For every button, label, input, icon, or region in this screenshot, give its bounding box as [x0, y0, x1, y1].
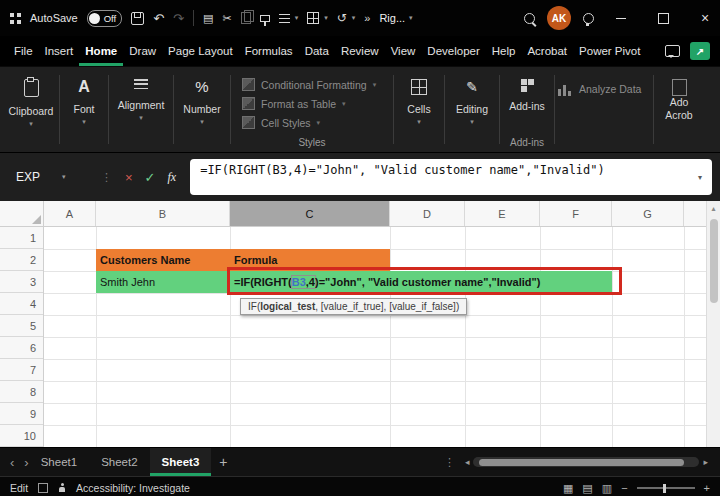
format-painter-icon[interactable] [260, 15, 270, 22]
ribbon-group-alignment[interactable]: Alignment ▾ [112, 67, 170, 152]
formula-input[interactable]: =IF(RIGHT(B3,4)="John", "Valid customer … [190, 159, 712, 195]
row-header-3[interactable]: 3 [0, 271, 43, 293]
insert-function-button[interactable]: fx [168, 171, 177, 183]
row-header-7[interactable]: 7 [0, 359, 43, 381]
menu-tab-draw[interactable]: Draw [123, 36, 162, 66]
ribbon-group-cells[interactable]: Cells ▾ [397, 67, 441, 152]
menu-tab-formulas[interactable]: Formulas [239, 36, 299, 66]
conditional-formatting-button[interactable]: Conditional Formatting ▾ [234, 75, 390, 94]
qat-overflow-icon[interactable]: » [364, 13, 370, 24]
menu-tab-data[interactable]: Data [299, 36, 335, 66]
expand-formula-bar-icon[interactable]: ▾ [698, 173, 702, 182]
row-header-1[interactable]: 1 [0, 227, 43, 249]
menu-tab-help[interactable]: Help [486, 36, 522, 66]
ribbon-group-number[interactable]: % Number ▾ [177, 67, 227, 152]
chevron-down-icon[interactable]: ▾ [295, 14, 299, 22]
align-icon[interactable] [279, 14, 290, 23]
cut-icon[interactable]: ✂ [222, 13, 231, 24]
row-header-6[interactable]: 6 [0, 337, 43, 359]
menu-tab-home[interactable]: Home [79, 36, 123, 66]
cell-C3-formula-edit[interactable]: =IF(RIGHT(B3,4)="John", "Valid customer … [230, 271, 612, 293]
cell-B3[interactable]: Smith Jehn [96, 271, 230, 293]
zoom-slider[interactable] [637, 487, 695, 489]
divider [173, 75, 174, 144]
scroll-up-icon[interactable]: ▴ [707, 201, 720, 213]
save-icon[interactable] [131, 12, 144, 25]
row-header-8[interactable]: 8 [0, 381, 43, 403]
row-header-5[interactable]: 5 [0, 315, 43, 337]
close-button[interactable]: × [690, 0, 720, 36]
macro-record-icon[interactable] [38, 483, 48, 493]
row-header-2[interactable]: 2 [0, 249, 43, 271]
undo-icon[interactable]: ↶ [153, 12, 164, 25]
row-header-4[interactable]: 4 [0, 293, 43, 315]
ribbon-group-acrobat[interactable]: Ado Acrob [657, 67, 701, 152]
page-layout-view-icon[interactable]: ▤ [582, 483, 592, 494]
comments-icon[interactable] [665, 45, 680, 57]
menu-tab-file[interactable]: File [8, 36, 39, 66]
column-header-D[interactable]: D [390, 201, 465, 226]
new-sheet-icon[interactable]: ▤ [203, 13, 213, 24]
qat-dropdown[interactable]: Rig... ▾ [379, 12, 412, 24]
cancel-entry-button[interactable]: × [125, 171, 133, 184]
column-header-C[interactable]: C [230, 201, 390, 226]
horizontal-scrollbar[interactable]: ◂ ▸ [465, 448, 708, 476]
menu-tab-power-pivot[interactable]: Power Pivot [573, 36, 646, 66]
column-header-E[interactable]: E [465, 201, 540, 226]
normal-view-icon[interactable]: ▦ [563, 483, 573, 494]
new-sheet-button[interactable]: + [219, 448, 227, 476]
sheet-tab-sheet3[interactable]: Sheet3 [150, 448, 212, 476]
enter-entry-button[interactable]: ✓ [145, 171, 156, 184]
select-all-corner[interactable] [0, 201, 44, 227]
menu-tab-acrobat[interactable]: Acrobat [521, 36, 573, 66]
column-header-A[interactable]: A [44, 201, 96, 226]
ribbon-group-addins[interactable]: Add-ins Add-ins [503, 67, 551, 152]
cell-C2[interactable]: Formula [230, 249, 390, 271]
ribbon-group-font[interactable]: A Font ▾ [63, 67, 105, 152]
zoom-in-icon[interactable]: + [704, 483, 710, 494]
scrollbar-thumb[interactable] [479, 459, 684, 466]
scroll-right-icon[interactable]: ▸ [703, 457, 708, 467]
chevron-down-icon[interactable]: ▾ [352, 14, 356, 22]
minimize-button[interactable] [606, 0, 636, 36]
sheet-tab-sheet1[interactable]: Sheet1 [29, 448, 89, 476]
row-header-9[interactable]: 9 [0, 403, 43, 425]
ribbon-group-editing[interactable]: ✎ Editing ▾ [448, 67, 496, 152]
chevron-down-icon[interactable]: ▾ [324, 14, 328, 22]
zoom-slider-thumb[interactable] [663, 484, 666, 493]
menu-tab-insert[interactable]: Insert [39, 36, 80, 66]
borders-icon[interactable] [307, 12, 319, 24]
column-header-B[interactable]: B [96, 201, 230, 226]
cell-B2[interactable]: Customers Name [96, 249, 230, 271]
page-break-view-icon[interactable]: ▥ [602, 483, 612, 494]
zoom-out-icon[interactable]: − [621, 483, 627, 494]
menu-tab-developer[interactable]: Developer [421, 36, 485, 66]
share-button[interactable]: ↗ [690, 42, 710, 60]
name-box[interactable]: EXP ▾ [8, 170, 94, 184]
autosave-toggle[interactable]: Off [87, 10, 123, 27]
ribbon-group-clipboard[interactable]: Clipboard ▾ [6, 67, 56, 152]
maximize-button[interactable] [648, 0, 678, 36]
format-as-table-button[interactable]: Format as Table ▾ [234, 94, 390, 113]
scroll-left-icon[interactable]: ◂ [465, 457, 470, 467]
menu-tab-view[interactable]: View [385, 36, 422, 66]
avatar[interactable]: AK [547, 6, 571, 30]
sheet-prev-icon[interactable]: ‹ [10, 455, 14, 470]
scrollbar-track[interactable] [473, 457, 699, 467]
dots-divider-icon[interactable]: ⋮ [444, 448, 455, 476]
function-hint-tooltip: IF(logical_test, [value_if_true], [value… [240, 298, 467, 315]
menu-tab-page-layout[interactable]: Page Layout [162, 36, 239, 66]
app-launcher-icon[interactable] [10, 13, 21, 24]
sheet-tab-sheet2[interactable]: Sheet2 [89, 448, 149, 476]
cell-styles-button[interactable]: Cell Styles ▾ [234, 113, 390, 132]
search-icon[interactable] [524, 13, 535, 24]
column-header-F[interactable]: F [540, 201, 612, 226]
accessibility-status[interactable]: Accessibility: Investigate [76, 482, 190, 494]
lightbulb-icon[interactable] [583, 13, 594, 24]
vertical-scrollbar[interactable]: ▴ [706, 201, 720, 447]
row-header-10[interactable]: 10 [0, 425, 43, 447]
scrollbar-thumb[interactable] [710, 219, 718, 303]
column-header-G[interactable]: G [612, 201, 684, 226]
menu-tab-review[interactable]: Review [335, 36, 385, 66]
rotate-undo-icon[interactable]: ↺ [337, 12, 347, 24]
